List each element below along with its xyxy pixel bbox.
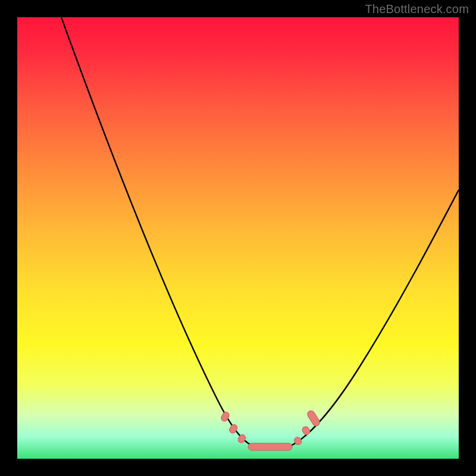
plot-area bbox=[17, 17, 459, 459]
outer-black-frame: TheBottleneck.com bbox=[0, 0, 476, 476]
curve-left-branch bbox=[61, 17, 252, 446]
marker-dot bbox=[237, 433, 247, 444]
marker-bar bbox=[248, 443, 292, 450]
marker-group bbox=[220, 409, 321, 450]
marker-bar-short bbox=[306, 409, 321, 427]
watermark-text: TheBottleneck.com bbox=[365, 2, 469, 16]
curve-right-branch bbox=[291, 190, 459, 446]
marker-dot bbox=[301, 425, 311, 436]
bottleneck-curve bbox=[17, 17, 459, 459]
